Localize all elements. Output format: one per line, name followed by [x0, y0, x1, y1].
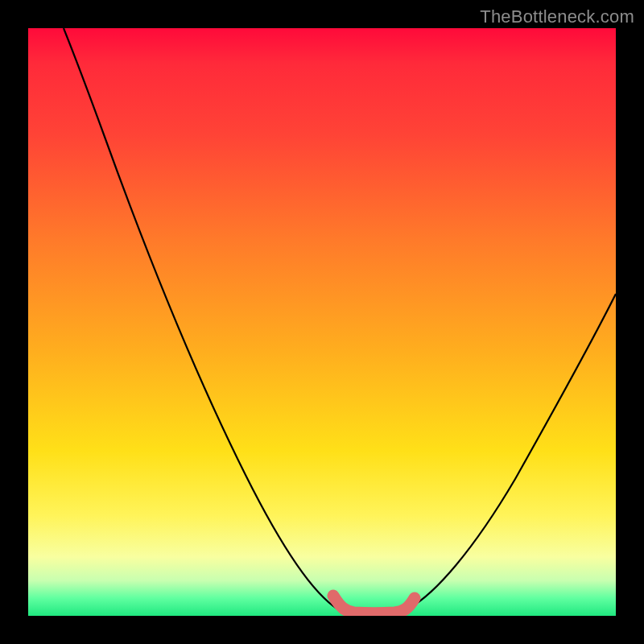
bottleneck-curve: [64, 28, 616, 613]
chart-frame: TheBottleneck.com: [0, 0, 644, 644]
watermark-text: TheBottleneck.com: [480, 6, 634, 27]
plot-area: [28, 28, 616, 616]
curve-svg: [28, 28, 616, 616]
optimal-zone: [333, 596, 415, 613]
